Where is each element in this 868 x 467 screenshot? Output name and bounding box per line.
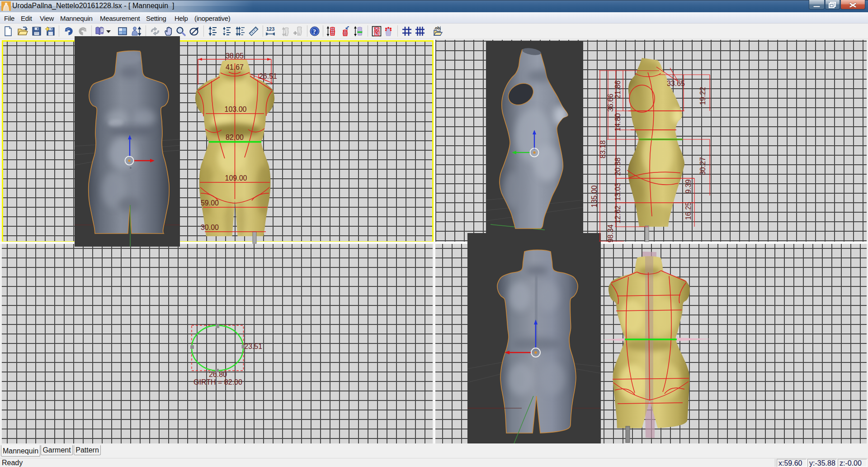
svg-text:26.51: 26.51: [259, 72, 277, 80]
svg-text:103.00: 103.00: [225, 105, 247, 113]
svg-text:33.65: 33.65: [667, 80, 685, 87]
svg-text:26.80: 26.80: [209, 371, 227, 378]
svg-text:38.05: 38.05: [226, 52, 244, 60]
svg-text:135.00: 135.00: [590, 185, 598, 207]
svg-text:98.34: 98.34: [607, 224, 614, 243]
svg-text:14.80: 14.80: [614, 113, 622, 131]
svg-text:GIRTH = 82.00: GIRTH = 82.00: [193, 378, 242, 386]
svg-text:19.22: 19.22: [699, 87, 707, 105]
svg-text:20.88: 20.88: [614, 157, 622, 176]
svg-text:30.27: 30.27: [699, 157, 707, 175]
svg-text:9.39: 9.39: [684, 179, 692, 193]
svg-text:36.66: 36.66: [607, 94, 614, 112]
svg-text:16.25: 16.25: [684, 202, 692, 220]
svg-text:83.18: 83.18: [599, 140, 607, 158]
svg-text:30.00: 30.00: [201, 224, 219, 231]
svg-text:82.00: 82.00: [226, 133, 244, 141]
svg-text:109.00: 109.00: [225, 174, 247, 182]
svg-text:12.62: 12.62: [614, 205, 622, 224]
svg-text:41.67: 41.67: [226, 63, 244, 71]
svg-text:59.00: 59.00: [201, 199, 219, 207]
svg-text:21.86: 21.86: [614, 81, 622, 99]
svg-text:23.51: 23.51: [244, 343, 262, 350]
svg-text:13.03: 13.03: [614, 183, 622, 201]
